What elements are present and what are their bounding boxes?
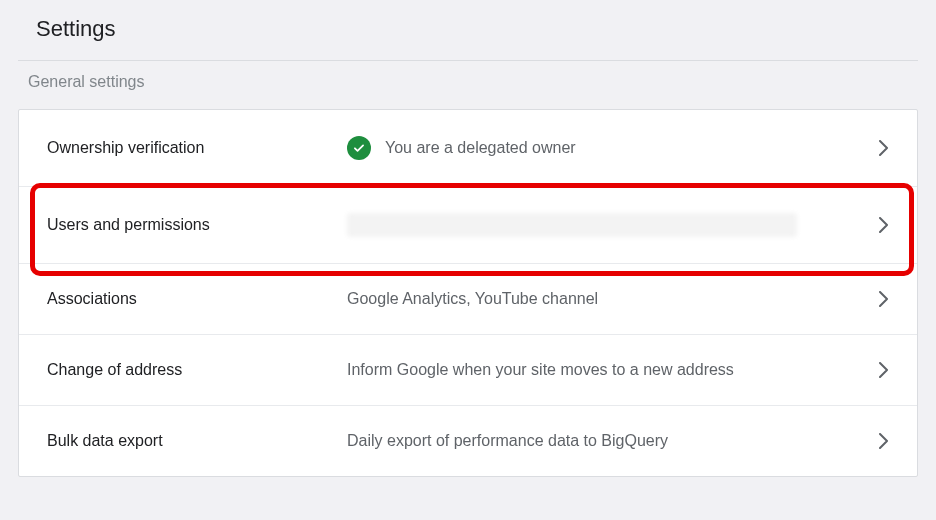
redacted-value <box>347 213 797 237</box>
chevron-right-icon <box>879 362 889 378</box>
row-value-text: Daily export of performance data to BigQ… <box>347 432 668 450</box>
check-icon <box>347 136 371 160</box>
row-ownership-verification[interactable]: Ownership verification You are a delegat… <box>19 110 917 187</box>
row-users-and-permissions[interactable]: Users and permissions <box>19 187 917 264</box>
row-associations[interactable]: Associations Google Analytics, YouTube c… <box>19 264 917 335</box>
chevron-right-icon <box>879 140 889 156</box>
settings-card: Ownership verification You are a delegat… <box>18 109 918 477</box>
chevron-right-icon <box>879 433 889 449</box>
row-label: Users and permissions <box>47 216 347 234</box>
row-value: Inform Google when your site moves to a … <box>347 361 879 379</box>
row-label: Bulk data export <box>47 432 347 450</box>
row-change-of-address[interactable]: Change of address Inform Google when you… <box>19 335 917 406</box>
chevron-right-icon <box>879 217 889 233</box>
row-label: Change of address <box>47 361 347 379</box>
row-value: Google Analytics, YouTube channel <box>347 290 879 308</box>
row-label: Associations <box>47 290 347 308</box>
row-bulk-data-export[interactable]: Bulk data export Daily export of perform… <box>19 406 917 476</box>
page-title: Settings <box>0 0 936 60</box>
row-value: Daily export of performance data to BigQ… <box>347 432 879 450</box>
row-value-text: You are a delegated owner <box>385 139 576 157</box>
section-header: General settings <box>0 61 936 109</box>
row-value-text: Inform Google when your site moves to a … <box>347 361 734 379</box>
row-value <box>347 213 879 237</box>
row-value: You are a delegated owner <box>347 136 879 160</box>
row-value-text: Google Analytics, YouTube channel <box>347 290 598 308</box>
row-label: Ownership verification <box>47 139 347 157</box>
chevron-right-icon <box>879 291 889 307</box>
settings-page: Settings General settings Ownership veri… <box>0 0 936 477</box>
